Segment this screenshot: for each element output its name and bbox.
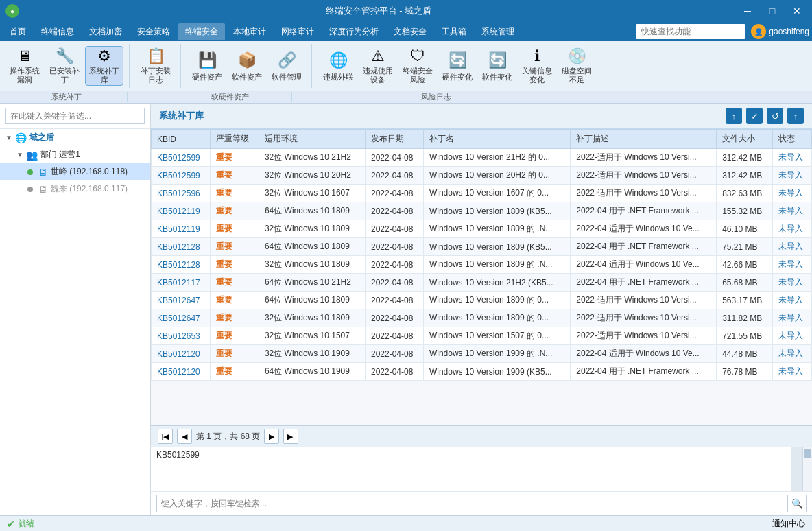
detail-scrollbar[interactable] [802,447,812,491]
table-row[interactable]: KB5012120 重要 32位 Windows 10 1909 2022-04… [152,345,812,363]
table-row[interactable]: KB5012117 重要 64位 Windows 10 21H2 2022-04… [152,274,812,292]
page-last-btn[interactable]: ▶| [283,429,298,444]
toolbar-patch-log[interactable]: 📋 补丁安装日志 [136,46,175,86]
menu-deep-behavior[interactable]: 深度行为分析 [322,23,385,40]
cell-status: 未导入 [772,202,811,220]
illegal-use-icon: ⚠ [367,47,389,65]
menu-terminal-info[interactable]: 终端信息 [34,23,81,40]
cell-status: 未导入 [772,292,811,309]
menu-local-audit[interactable]: 本地审计 [226,23,273,40]
cell-env: 32位 Windows 10 1809 [259,309,365,327]
toolbar-hw-change[interactable]: 🔄 硬件变化 [438,46,477,86]
table-row[interactable]: KB5012647 重要 64位 Windows 10 1809 2022-04… [152,292,812,309]
key-info-change-label: 关键信息变化 [521,67,553,84]
tree-root-item[interactable]: ▼ 🌐 域之盾 [0,129,150,146]
tree-node-shefeng[interactable]: 🖥 世峰 (192.168.0.118) [0,163,150,180]
menu-doc-encrypt[interactable]: 文档加密 [82,23,129,40]
table-row[interactable]: KB5012119 重要 32位 Windows 10 1809 2022-04… [152,220,812,238]
cell-severity: 重要 [211,238,259,256]
table-row[interactable]: KB5012119 重要 64位 Windows 10 1809 2022-04… [152,202,812,220]
page-next-btn[interactable]: ▶ [264,429,279,444]
table-row[interactable]: KB5012599 重要 32位 Windows 10 20H2 2022-04… [152,167,812,185]
endpoint-risk-icon: 🛡 [407,47,429,65]
minimize-button[interactable]: ─ [738,4,757,18]
toolbar-hardware-assets[interactable]: 💾 硬件资产 [188,46,226,86]
cell-patchname: Windows 10 Version 21H2 (KB5... [423,274,570,292]
table-row[interactable]: KB5012599 重要 32位 Windows 10 21H2 2022-04… [152,149,812,167]
close-button[interactable]: ✕ [787,4,807,18]
cell-severity: 重要 [211,256,259,274]
menu-doc-security[interactable]: 文档安全 [387,23,433,40]
notification-center[interactable]: 通知中心 [772,518,805,530]
toolbar-illegal-outgoing[interactable]: 🌐 违规外联 [319,46,357,86]
table-row[interactable]: KB5012647 重要 32位 Windows 10 1809 2022-04… [152,309,812,327]
tree-dept-item[interactable]: ▼ 👥 部门 运营1 [0,146,150,163]
toolbar-os-vuln[interactable]: 🖥 操作系统漏洞 [5,46,44,86]
menu-terminal-security[interactable]: 终端安全 [178,23,225,40]
panel-action-refresh[interactable]: ↺ [767,108,783,124]
tree-node-weilai[interactable]: 🖥 魏来 (192.168.0.117) [0,180,150,198]
panel-action-export[interactable]: ↑ [787,108,804,124]
cell-date: 2022-04-08 [365,202,423,220]
panel-action-check[interactable]: ✓ [746,108,763,124]
cell-size: 311.82 MB [717,309,772,327]
panel-action-upload[interactable]: ↑ [726,108,742,124]
maximize-button[interactable]: □ [763,4,782,18]
page-first-btn[interactable]: |◀ [158,429,173,444]
sidebar-search-input[interactable] [5,108,145,124]
toolbar-key-info-change[interactable]: ℹ 关键信息变化 [518,46,556,86]
cell-date: 2022-04-08 [365,363,423,381]
cell-status: 未导入 [772,220,811,238]
toolbar-installed-patch[interactable]: 🔧 已安装补丁 [45,46,84,86]
cell-kbid: KB5012120 [152,345,211,363]
cell-env: 64位 Windows 10 1909 [259,363,365,381]
toolbar-illegal-use[interactable]: ⚠ 违规使用设备 [359,46,397,86]
cell-patchname: Windows 10 Version 1809 (KB5... [423,202,570,220]
detail-search-button[interactable]: 🔍 [787,495,807,512]
page-prev-btn[interactable]: ◀ [177,429,192,444]
toolbar-patch-library[interactable]: ⚙ 系统补丁库 [85,46,123,86]
cell-env: 32位 Windows 10 1809 [259,256,365,274]
quick-search-input[interactable] [636,24,745,39]
cell-date: 2022-04-08 [365,220,423,238]
patch-table: KBID 严重等级 适用环境 发布日期 补丁名 补丁描述 文件大小 状态 KB5… [151,129,812,381]
menu-network-audit[interactable]: 网络审计 [274,23,321,40]
toolbar-software-mgmt[interactable]: 🔗 软件管理 [267,46,306,86]
cell-kbid: KB5012119 [152,220,211,238]
installed-patch-label: 已安装补丁 [48,67,81,84]
toolbar-endpoint-risk[interactable]: 🛡 终端安全风险 [398,46,437,86]
toolbar-software-assets[interactable]: 📦 软件资产 [228,46,266,86]
scroll-thumb [804,449,811,458]
cell-desc: 2022-适用于 Windows 10 Versi... [571,309,717,327]
cell-date: 2022-04-08 [365,167,423,185]
panel-header: 系统补丁库 ↑ ✓ ↺ ↑ [151,104,812,129]
cell-patchname: Windows 10 Version 1809 的 0... [423,309,570,327]
cell-patchname: Windows 10 Version 21H2 的 0... [423,149,570,167]
cell-desc: 2022-适用于 Windows 10 Versi... [571,185,717,202]
cell-size: 721.55 MB [717,327,772,345]
menu-sys-mgmt[interactable]: 系统管理 [475,23,521,40]
table-row[interactable]: KB5012653 重要 32位 Windows 10 1507 2022-04… [152,327,812,345]
menu-toolbox[interactable]: 工具箱 [435,23,473,40]
cell-size: 832.63 MB [717,185,772,202]
detail-search-input[interactable] [156,495,783,512]
tree-dept-label: 部门 运营1 [40,149,80,161]
cell-severity: 重要 [211,149,259,167]
toolbar-disk-space[interactable]: 💿 磁盘空间不足 [558,46,596,86]
toolbar-sw-change[interactable]: 🔄 软件变化 [478,46,516,86]
table-row[interactable]: KB5012596 重要 32位 Windows 10 1607 2022-04… [152,185,812,202]
cell-patchname: Windows 10 Version 1809 的 0... [423,292,570,309]
table-row[interactable]: KB5012128 重要 64位 Windows 10 1809 2022-04… [152,238,812,256]
cell-desc: 2022-04 用于 .NET Framework ... [571,202,717,220]
cell-env: 32位 Windows 10 1607 [259,185,365,202]
menu-security-policy[interactable]: 安全策略 [130,23,177,40]
online-indicator-shefeng [27,169,33,175]
table-row[interactable]: KB5012120 重要 64位 Windows 10 1909 2022-04… [152,363,812,381]
illegal-outgoing-icon: 🌐 [327,49,349,71]
col-severity: 严重等级 [211,130,259,149]
cell-desc: 2022-适用于 Windows 10 Versi... [571,167,717,185]
table-row[interactable]: KB5012128 重要 32位 Windows 10 1809 2022-04… [152,256,812,274]
tree-root-label: 域之盾 [29,132,54,143]
cell-status: 未导入 [772,345,811,363]
menu-home[interactable]: 首页 [3,23,33,40]
